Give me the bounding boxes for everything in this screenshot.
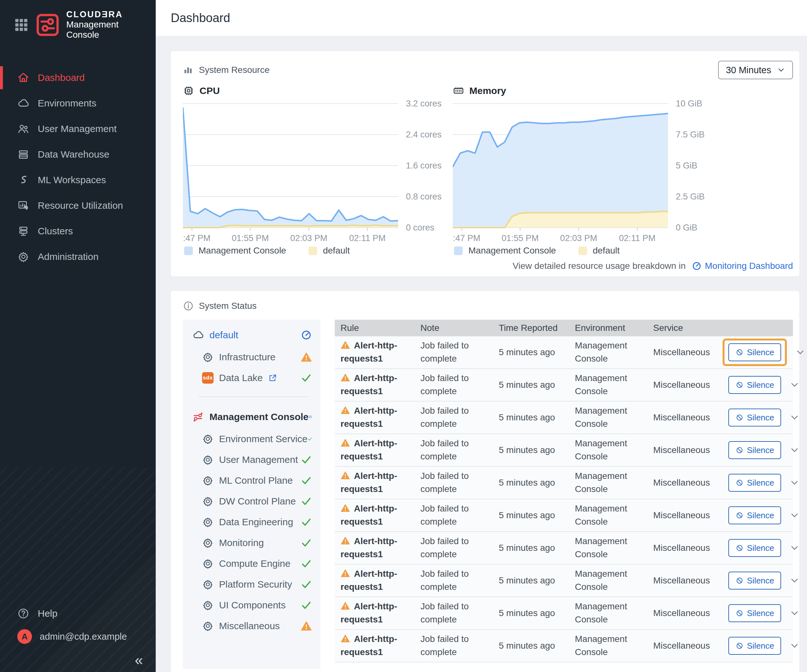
- expand-row-chevron-icon[interactable]: [789, 640, 800, 651]
- silence-label: Silence: [747, 608, 774, 618]
- tree-item-miscellaneous[interactable]: Miscellaneous: [193, 616, 312, 636]
- tree-item-ui-components[interactable]: UI Components: [193, 595, 312, 616]
- silence-button[interactable]: Silence: [728, 441, 781, 459]
- monitoring-dashboard-link[interactable]: Monitoring Dashboard: [705, 261, 793, 271]
- rule-cell: Alert-http-requests1: [335, 372, 415, 398]
- sidebar-item-environments[interactable]: Environments: [0, 90, 156, 116]
- expand-row-chevron-icon[interactable]: [789, 445, 800, 455]
- ml-icon: [17, 174, 30, 186]
- warning-icon: [340, 438, 350, 448]
- tree-item-compute-engine[interactable]: Compute Engine: [193, 553, 312, 574]
- resource-footer: View detailed resource usage breakdown i…: [183, 261, 793, 271]
- alerts-table-header: RuleNoteTime ReportedEnvironmentService: [335, 320, 793, 336]
- sidebar-collapse-icon[interactable]: «: [17, 654, 143, 666]
- tree-item-user-management[interactable]: User Management: [193, 449, 312, 470]
- expand-row-chevron-icon[interactable]: [789, 380, 800, 390]
- external-link-icon[interactable]: [268, 373, 277, 383]
- system-resource-title-text: System Resource: [199, 65, 269, 75]
- sidebar-item-label: Resource Utilization: [38, 200, 123, 211]
- silence-button[interactable]: Silence: [728, 376, 781, 394]
- tree-item-data-engineering[interactable]: Data Engineering: [193, 511, 312, 532]
- expand-row-chevron-icon[interactable]: [789, 543, 800, 553]
- memory-chart-legend: Management Consoledefault: [453, 246, 716, 256]
- monitoring-gauge-icon: [692, 261, 702, 271]
- sidebar-item-help[interactable]: Help: [17, 602, 143, 625]
- column-header-service: Service: [648, 323, 726, 333]
- tree-item-label: Infrastructure: [219, 352, 276, 363]
- time-range-value: 30 Minutes: [726, 65, 771, 75]
- tree-item-infrastructure[interactable]: Infrastructure: [193, 347, 312, 367]
- tree-item-label: UI Components: [219, 600, 286, 611]
- silence-button[interactable]: Silence: [728, 408, 781, 426]
- expand-row-chevron-icon[interactable]: [789, 412, 800, 423]
- tree-item-default[interactable]: default: [193, 324, 312, 347]
- silence-button[interactable]: Silence: [728, 343, 781, 361]
- cpu-chart-title: CPU: [183, 83, 446, 99]
- user-email: admin@cdp.example: [40, 631, 127, 642]
- warehouse-icon: [17, 148, 30, 161]
- tree-item-dw-control-plane[interactable]: DW Control Plane: [193, 491, 312, 511]
- warning-icon: [340, 601, 350, 611]
- silence-button[interactable]: Silence: [728, 572, 781, 589]
- silence-button[interactable]: Silence: [728, 506, 781, 524]
- silence-button[interactable]: Silence: [728, 604, 781, 622]
- memory-chart: 10 GiB7.5 GiB5 GiB2.5 GiB0 GiB01:47 PM01…: [453, 99, 716, 244]
- sidebar-item-resource-utilization[interactable]: Resource Utilization: [0, 193, 156, 218]
- silence-label: Silence: [747, 380, 774, 390]
- warning-icon: [340, 536, 350, 546]
- alert-row: Alert-http-requests1Job failed to comple…: [335, 369, 793, 402]
- tree-item-environment-service[interactable]: Environment Service: [193, 428, 312, 449]
- svg-text:0 GiB: 0 GiB: [676, 222, 697, 232]
- service-cell: Miscellaneous: [648, 346, 726, 359]
- column-header-environment: Environment: [569, 323, 648, 333]
- silence-button[interactable]: Silence: [728, 539, 781, 557]
- sidebar-item-ml-workspaces[interactable]: ML Workspaces: [0, 167, 156, 193]
- sidebar-item-label: Data Warehouse: [38, 149, 110, 160]
- sidebar-nav: DashboardEnvironmentsUser ManagementData…: [0, 65, 156, 269]
- sidebar-item-user-management[interactable]: User Management: [0, 116, 156, 142]
- tree-item-data-lake[interactable]: sdxData Lake: [193, 367, 312, 388]
- note-cell: Job failed to complete: [415, 372, 493, 398]
- actions-cell: Silence: [726, 572, 800, 589]
- avatar: A: [17, 629, 32, 644]
- alert-row: Alert-http-requests1Job failed to comple…: [335, 499, 793, 532]
- gauge-icon: [301, 329, 312, 341]
- tree-item-management-console[interactable]: Management Console: [193, 405, 312, 428]
- sdx-badge-icon: sdx: [202, 372, 214, 383]
- svg-text:2.4 cores: 2.4 cores: [406, 129, 442, 139]
- sidebar-item-clusters[interactable]: Clusters: [0, 218, 156, 244]
- tree-item-ml-control-plane[interactable]: ML Control Plane: [193, 470, 312, 491]
- expand-row-chevron-icon[interactable]: [789, 608, 800, 618]
- warning-icon: [340, 568, 350, 578]
- legend-item: default: [578, 246, 619, 256]
- expand-row-chevron-icon[interactable]: [789, 478, 800, 488]
- tree-item-label: DW Control Plane: [219, 496, 296, 507]
- sidebar-item-user[interactable]: A admin@cdp.example: [17, 625, 143, 648]
- no-entry-icon: [736, 479, 744, 487]
- time-reported-cell: 5 minutes ago: [493, 574, 569, 587]
- warning-icon: [340, 405, 350, 415]
- expand-row-chevron-icon[interactable]: [795, 347, 805, 357]
- gauge-icon: [309, 411, 312, 423]
- tree-item-label: Platform Security: [219, 579, 292, 590]
- svg-text:02:11 PM: 02:11 PM: [619, 233, 656, 243]
- legend-item: default: [309, 246, 350, 256]
- rule-cell: Alert-http-requests1: [335, 502, 415, 528]
- legend-item: Management Console: [184, 246, 286, 256]
- silence-button[interactable]: Silence: [728, 637, 781, 655]
- expand-row-chevron-icon[interactable]: [789, 510, 800, 521]
- time-range-select[interactable]: 30 Minutes: [718, 61, 793, 79]
- app-switcher-grid-icon[interactable]: [13, 17, 29, 33]
- tree-item-monitoring[interactable]: Monitoring: [193, 532, 312, 553]
- tree-item-platform-security[interactable]: Platform Security: [193, 574, 312, 595]
- sidebar-item-dashboard[interactable]: Dashboard: [0, 65, 156, 90]
- svg-text:5 GiB: 5 GiB: [676, 161, 697, 170]
- sidebar-footer: Help A admin@cdp.example «: [0, 602, 156, 672]
- sidebar-item-data-warehouse[interactable]: Data Warehouse: [0, 142, 156, 167]
- warning-icon: [340, 634, 350, 643]
- cpu-chart: 3.2 cores2.4 cores1.6 cores0.8 cores0 co…: [183, 99, 446, 244]
- check-icon: [301, 599, 312, 611]
- expand-row-chevron-icon[interactable]: [789, 576, 800, 586]
- silence-button[interactable]: Silence: [728, 474, 781, 492]
- sidebar-item-administration[interactable]: Administration: [0, 244, 156, 269]
